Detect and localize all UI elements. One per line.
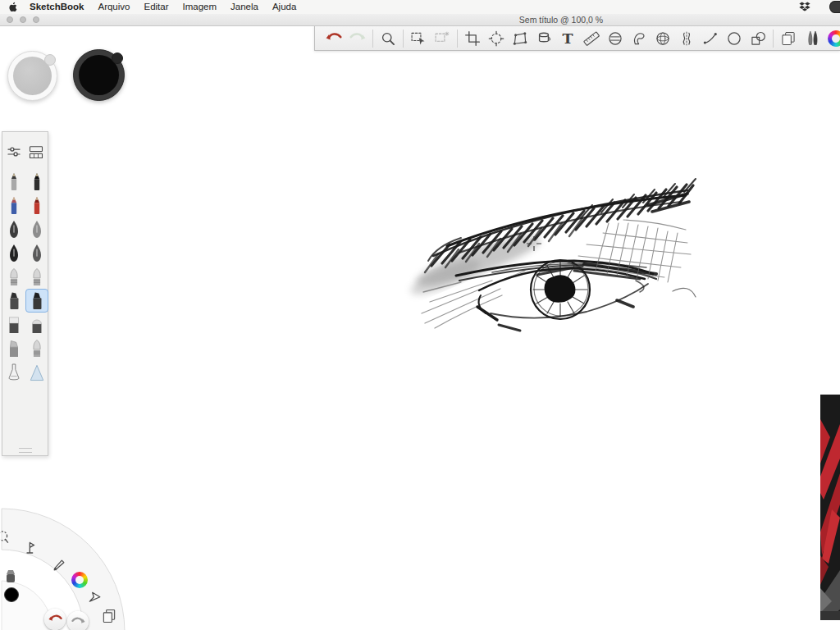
tool-distort[interactable]	[511, 30, 529, 48]
brush-eraser-hard[interactable]	[2, 313, 25, 336]
brush-technical-pen[interactable]	[25, 241, 48, 265]
tool-ellipse-guide[interactable]	[606, 30, 624, 48]
tool-color-editor[interactable]	[827, 30, 840, 48]
undo-button[interactable]	[44, 609, 66, 630]
lagoon	[0, 492, 172, 630]
apple-logo-icon	[8, 2, 19, 12]
layers-icon[interactable]	[100, 607, 118, 625]
cursor-arrow-icon[interactable]	[86, 589, 104, 607]
brush-grid	[2, 170, 48, 384]
tool-ruler[interactable]	[582, 30, 600, 48]
tools-icon[interactable]	[22, 540, 40, 558]
tool-french-curve[interactable]	[630, 30, 648, 48]
brush-eraser-soft[interactable]	[25, 313, 48, 336]
minimize-button[interactable]	[20, 16, 26, 23]
reference-image[interactable]	[820, 395, 840, 620]
brush-pen-nib-gray[interactable]	[25, 217, 48, 241]
brush-airbrush[interactable]	[2, 265, 25, 289]
brush-ink-nib[interactable]	[2, 241, 25, 265]
tool-undo[interactable]	[325, 30, 343, 48]
brush-colored-pencil-red[interactable]	[25, 194, 48, 217]
status-partial-icon[interactable]	[829, 1, 840, 13]
menu-editar[interactable]: Editar	[144, 0, 168, 14]
tool-text[interactable]: T	[559, 30, 577, 48]
current-color-swatch[interactable]	[4, 587, 19, 602]
tool-zoom[interactable]	[379, 30, 397, 48]
window-title-bar: Sem título @ 100,0 %	[0, 14, 840, 26]
dropbox-icon[interactable]	[799, 2, 810, 12]
tool-fill[interactable]	[535, 30, 553, 48]
menu-janela[interactable]: Janela	[231, 0, 258, 14]
crosshair-cursor	[526, 235, 542, 252]
menu-bar: SketchBook Arquivo Editar Imagem Janela …	[0, 0, 840, 15]
sliders-icon[interactable]	[4, 142, 24, 162]
zoom-button[interactable]	[33, 16, 39, 23]
svg-text:T: T	[562, 30, 573, 47]
lagoon-ring	[0, 492, 172, 630]
brush-marker[interactable]	[2, 289, 25, 313]
tool-brush-library[interactable]	[803, 30, 821, 48]
menu-sketchbook[interactable]: SketchBook	[30, 0, 84, 14]
toolbar: T	[314, 25, 840, 51]
window-title: Sem título @ 100,0 %	[519, 15, 603, 25]
apple-menu[interactable]	[8, 2, 19, 12]
tool-redo[interactable]	[349, 30, 367, 48]
tool-oval[interactable]	[725, 30, 743, 48]
current-brush-icon[interactable]	[2, 568, 20, 586]
brush-marker-chisel[interactable]	[25, 289, 48, 313]
color-puck-handle[interactable]	[112, 52, 123, 64]
brush-size-puck[interactable]	[7, 51, 57, 101]
brush-puck-handle[interactable]	[44, 54, 56, 66]
tool-shapes[interactable]	[749, 30, 767, 48]
toolbar-separator	[457, 30, 458, 48]
toolbar-separator	[773, 30, 774, 48]
toolbar-separator	[372, 30, 373, 48]
close-button[interactable]	[7, 16, 13, 23]
tool-perspective[interactable]	[654, 30, 672, 48]
menu-imagem[interactable]: Imagem	[183, 0, 217, 14]
tool-layer-editor[interactable]	[779, 30, 797, 48]
brush-smear-triangle[interactable]	[25, 360, 48, 384]
tool-crop[interactable]	[463, 30, 482, 48]
brush-ink-pen[interactable]	[25, 170, 48, 194]
color-wheel-icon[interactable]	[71, 571, 89, 589]
brush-pen-nib-dark[interactable]	[2, 217, 25, 241]
tool-transform[interactable]	[487, 30, 505, 48]
color-puck[interactable]	[73, 49, 125, 101]
toolbar-separator	[403, 30, 404, 48]
tool-magic-select[interactable]	[433, 30, 451, 48]
menu-ajuda[interactable]: Ajuda	[272, 0, 296, 14]
brush-palette	[2, 131, 48, 456]
brush-pencil[interactable]	[2, 170, 25, 194]
tool-select[interactable]	[409, 30, 427, 48]
lasso-icon[interactable]	[0, 528, 12, 546]
brush-smudge[interactable]	[2, 336, 25, 360]
brush-smudge-soft[interactable]	[25, 336, 48, 360]
brush-colored-pencil-blue[interactable]	[2, 194, 25, 217]
brush-tray-icon[interactable]	[26, 142, 46, 162]
tool-steady-stroke[interactable]	[701, 30, 719, 48]
tool-symmetry[interactable]	[678, 30, 696, 48]
brush-palette-header	[2, 132, 48, 163]
brush-airbrush-soft[interactable]	[25, 265, 48, 289]
palette-resize-handle[interactable]	[19, 448, 32, 453]
menu-arquivo[interactable]: Arquivo	[98, 0, 130, 14]
brush-icon[interactable]	[50, 556, 68, 574]
brush-flood[interactable]	[2, 360, 25, 384]
redo-button[interactable]	[67, 611, 89, 630]
